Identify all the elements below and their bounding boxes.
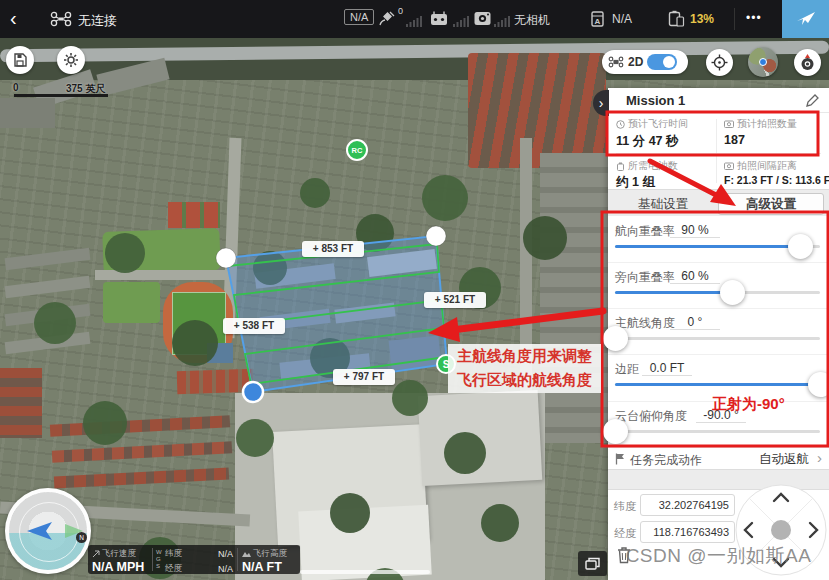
map-scale-start: 0: [13, 82, 19, 93]
edge-length-label-bottom: + 797 FT: [333, 369, 395, 385]
slider-track[interactable]: [615, 430, 820, 433]
annotation-note-line2: 飞行区域的航线角度: [448, 368, 601, 392]
stat-value: 187: [724, 133, 745, 147]
minimap-button[interactable]: [748, 47, 778, 77]
tab-advanced-settings[interactable]: 高级设置: [718, 193, 824, 215]
annotation-gimbal-note: 正射为-90°: [712, 395, 785, 414]
slider-row-side-overlap: 旁向重叠率 60 %: [608, 262, 829, 309]
attitude-compass: N: [5, 488, 91, 574]
more-menu-button[interactable]: •••: [746, 11, 762, 25]
vertex-handle[interactable]: [216, 248, 236, 268]
rc-signal-bars: [453, 15, 469, 27]
slider-handle[interactable]: [603, 326, 628, 351]
stats-divider-h: [616, 153, 821, 154]
finish-action-label: 任务完成动作: [630, 452, 702, 469]
crosshair-icon: [711, 54, 728, 71]
slider-handle[interactable]: [603, 419, 628, 444]
slider-value-input[interactable]: 90 %: [670, 223, 720, 238]
rc-location-label: RC: [352, 146, 363, 155]
edge-length-label-left: + 538 FT: [223, 318, 285, 334]
edit-mission-icon[interactable]: [806, 94, 819, 107]
clock-icon: [616, 120, 625, 129]
stat-value: 11 分 47 秒: [616, 133, 679, 150]
vertex-handle-selected[interactable]: [243, 382, 263, 402]
vertex-handle[interactable]: [426, 226, 446, 246]
slider-label: 云台俯仰角度: [615, 408, 687, 425]
nudge-center-dot: [771, 520, 791, 540]
datum-label: WGS: [156, 549, 163, 570]
edge-length-label-right: + 521 FT: [424, 292, 486, 308]
app-screen: S RC + 853 FT + 521 FT + 538 FT + 797 FT…: [0, 0, 829, 580]
slider-track[interactable]: [615, 245, 820, 248]
telemetry-altitude: 飞行高度 N/A FT: [238, 545, 298, 574]
latitude-label: 纬度: [614, 499, 636, 514]
layers-icon: [585, 557, 601, 570]
watermark: CSDN @一别如斯AA: [608, 543, 829, 569]
map-scale-bar: [14, 94, 108, 97]
minimap-position-dot: [759, 58, 767, 66]
latitude-input[interactable]: 32.202764195: [640, 494, 735, 516]
map-layers-button[interactable]: [578, 551, 607, 576]
locate-button[interactable]: [706, 49, 733, 76]
mission-settings-button[interactable]: [57, 46, 85, 74]
connection-status: 无连接: [78, 12, 117, 30]
camera-count-icon: [724, 120, 734, 128]
gps-signal-bars: [406, 15, 422, 27]
slider-handle[interactable]: [720, 280, 745, 305]
slider-track[interactable]: [615, 291, 820, 294]
slider-value-input[interactable]: 0.0 FT: [642, 361, 692, 376]
slider-row-route-angle: 主航线角度 0 °: [608, 308, 829, 355]
tab-basic-settings[interactable]: 基础设置: [614, 194, 712, 214]
mission-panel: Mission 1 预计飞行时间 11 分 47 秒 预计拍照数量 187 所需…: [608, 88, 829, 580]
slider-fill: [615, 291, 732, 294]
flag-icon: [615, 453, 625, 465]
svg-text:A: A: [595, 17, 601, 26]
compass-reset-button[interactable]: [794, 49, 821, 76]
slider-label: 航向重叠率: [615, 223, 675, 240]
finish-action-value: 自动返航: [759, 451, 809, 468]
home-indicator: [300, 570, 430, 574]
slider-value-input[interactable]: 60 %: [670, 269, 720, 284]
top-status-bar: ‹ 无连接 N/A 0 无相机 A N/A 13% •••: [0, 0, 829, 38]
stats-divider-v: [716, 119, 717, 183]
edge-length-label-top: + 853 FT: [302, 241, 364, 257]
finish-action-row[interactable]: 任务完成动作 自动返航 ›: [608, 447, 829, 469]
annotation-note-line1: 主航线角度用来调整: [448, 344, 601, 368]
slider-handle[interactable]: [808, 372, 829, 397]
slider-handle[interactable]: [788, 234, 813, 259]
longitude-label: 经度: [614, 526, 636, 541]
telemetry-speed: 飞行速度 N/A MPH: [88, 545, 152, 574]
save-icon: [13, 53, 27, 67]
slider-row-forward-overlap: 航向重叠率 90 %: [608, 216, 829, 263]
drone-icon: [50, 11, 72, 27]
camera-icon: [474, 11, 491, 26]
stat-label: 拍照间隔距离: [724, 159, 797, 173]
chevron-right-icon: ›: [817, 449, 822, 466]
device-battery-percent: 13%: [690, 12, 714, 26]
map-2d-switch[interactable]: [647, 54, 677, 70]
slider-label: 边距: [615, 361, 639, 378]
aircraft-battery-icon: A: [590, 10, 608, 27]
remote-controller-icon: [430, 11, 448, 26]
map-2d-toggle-pill: 2D: [602, 50, 688, 74]
speed-icon: [92, 550, 100, 558]
telemetry-coords: WGS 纬度N/A 经度N/A: [153, 545, 237, 574]
annotation-note-box: 主航线角度用来调整 飞行区域的航线角度: [448, 344, 601, 393]
slider-track[interactable]: [615, 383, 820, 386]
settings-tabs: 基础设置 高级设置: [608, 189, 829, 216]
longitude-input[interactable]: 118.716763493: [640, 521, 735, 543]
back-button[interactable]: ‹: [10, 6, 17, 30]
slider-value-input[interactable]: 0 °: [670, 315, 720, 330]
battery-count-icon: [616, 162, 625, 171]
flight-mode-badge: N/A: [344, 9, 374, 25]
stat-value: F: 21.3 FT / S: 113.6 FT: [724, 174, 829, 186]
takeoff-button[interactable]: [782, 0, 829, 38]
slider-fill: [615, 383, 820, 386]
camera-interval-icon: [724, 162, 734, 170]
altitude-icon: [242, 550, 251, 558]
device-battery-icon: [668, 10, 685, 27]
aircraft-heading-arrow: [5, 488, 91, 574]
save-mission-button[interactable]: [6, 46, 34, 74]
drone-mini-icon: [608, 56, 624, 68]
slider-track[interactable]: [615, 337, 820, 340]
